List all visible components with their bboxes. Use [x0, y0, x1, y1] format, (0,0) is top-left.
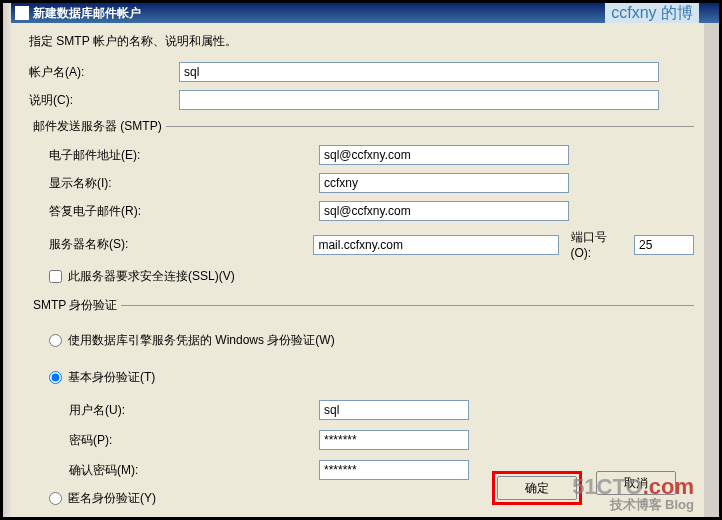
confirm-password-input[interactable]: [319, 460, 469, 480]
dialog-content: 指定 SMTP 帐户的名称、说明和属性。 帐户名(A): 说明(C): 邮件发送…: [11, 23, 704, 517]
windows-auth-label: 使用数据库引擎服务凭据的 Windows 身份验证(W): [68, 332, 335, 349]
server-name-label: 服务器名称(S):: [29, 236, 313, 253]
description-label: 说明(C):: [29, 92, 179, 109]
watermark-top: ccfxny 的博: [605, 3, 699, 24]
smtp-group-legend: 邮件发送服务器 (SMTP): [29, 118, 166, 135]
ssl-checkbox[interactable]: [49, 270, 62, 283]
email-label: 电子邮件地址(E):: [29, 147, 319, 164]
button-bar: 确定 取消: [492, 471, 676, 505]
windows-auth-radio[interactable]: [49, 334, 62, 347]
email-input[interactable]: [319, 145, 569, 165]
display-name-label: 显示名称(I):: [29, 175, 319, 192]
smtp-group: 邮件发送服务器 (SMTP) 电子邮件地址(E): 显示名称(I): 答复电子邮…: [29, 118, 694, 291]
description-input[interactable]: [179, 90, 659, 110]
ok-highlight-box: 确定: [492, 471, 582, 505]
password-label: 密码(P):: [29, 432, 319, 449]
anon-auth-label: 匿名身份验证(Y): [68, 490, 156, 507]
window-icon: [15, 6, 29, 20]
right-scrollbar[interactable]: [704, 3, 719, 517]
reply-email-label: 答复电子邮件(R):: [29, 203, 319, 220]
basic-auth-label: 基本身份验证(T): [68, 369, 155, 386]
display-name-input[interactable]: [319, 173, 569, 193]
auth-group-legend: SMTP 身份验证: [29, 297, 121, 314]
cancel-button[interactable]: 取消: [596, 471, 676, 495]
port-label: 端口号(O):: [571, 229, 627, 260]
basic-auth-radio[interactable]: [49, 371, 62, 384]
anon-auth-radio[interactable]: [49, 492, 62, 505]
password-input[interactable]: [319, 430, 469, 450]
account-name-input[interactable]: [179, 62, 659, 82]
ssl-label: 此服务器要求安全连接(SSL)(V): [68, 268, 235, 285]
window-title: 新建数据库邮件帐户: [33, 5, 141, 22]
port-input[interactable]: [634, 235, 694, 255]
instruction-text: 指定 SMTP 帐户的名称、说明和属性。: [29, 33, 694, 50]
username-label: 用户名(U):: [29, 402, 319, 419]
account-name-label: 帐户名(A):: [29, 64, 179, 81]
server-name-input[interactable]: [313, 235, 558, 255]
username-input[interactable]: [319, 400, 469, 420]
reply-email-input[interactable]: [319, 201, 569, 221]
title-bar: 新建数据库邮件帐户 ccfxny 的博: [11, 3, 719, 23]
left-edge: [3, 3, 11, 517]
ok-button[interactable]: 确定: [497, 476, 577, 500]
confirm-password-label: 确认密码(M):: [29, 462, 319, 479]
